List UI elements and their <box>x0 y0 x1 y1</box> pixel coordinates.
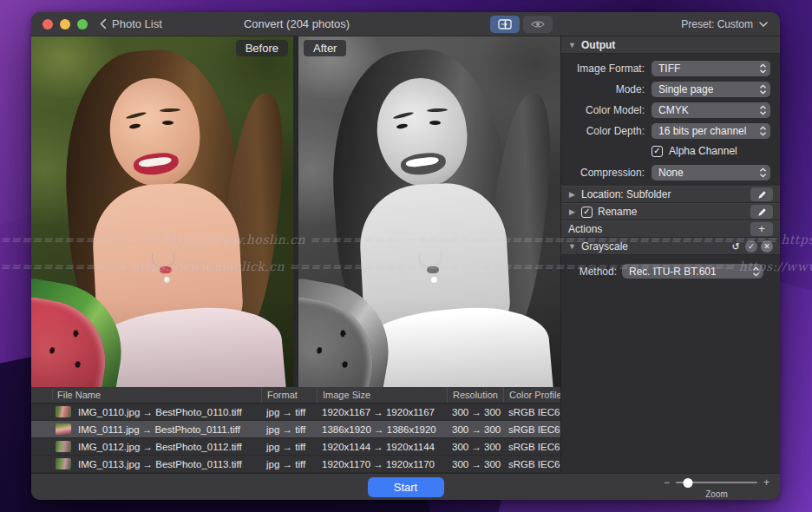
file-image-size: 1920x1144 → 1920x1144 <box>317 438 447 455</box>
main-content: Before After <box>31 36 780 473</box>
file-color-profile: sRGB IEC6196 <box>503 438 560 455</box>
titlebar: Photo List Convert (204 photos) Preset: … <box>31 12 780 36</box>
file-color-profile: sRGB IEC6196 <box>503 456 560 472</box>
file-format: jpg → tiff <box>261 456 317 472</box>
before-image-pane: Before <box>31 36 293 387</box>
close-window-button[interactable] <box>43 19 53 30</box>
compression-label: Compression: <box>561 167 645 179</box>
file-name: IMG_0111.jpg → BestPhoto_0111.tiff <box>78 424 240 435</box>
grayscale-label: Grayscale <box>581 240 628 253</box>
reset-action-button[interactable]: ↺ <box>730 240 742 253</box>
color-model-label: Color Model: <box>561 104 645 116</box>
traffic-lights <box>43 19 88 30</box>
grayscale-section-header[interactable]: ▼ Grayscale ↺ ✓ ✕ <box>561 238 780 255</box>
image-format-label: Image Format: <box>561 62 645 75</box>
preview-toggle-button[interactable] <box>523 16 553 33</box>
location-section-header[interactable]: ▶ Location: Subfolder <box>561 186 780 203</box>
file-color-profile: sRGB IEC6196 <box>503 421 560 437</box>
pencil-icon <box>757 207 767 217</box>
mode-label: Mode: <box>561 83 645 95</box>
image-format-select[interactable]: TIFF <box>652 61 770 76</box>
column-header-file-name[interactable]: File Name <box>31 387 261 403</box>
actions-label: Actions <box>568 223 602 235</box>
image-format-row: Image Format: TIFF <box>561 61 770 76</box>
table-row[interactable]: IMG_0110.jpg → BestPhoto_0110.tiff jpg →… <box>31 404 560 421</box>
file-list-table: File Name Format Image Size Resolution C… <box>31 387 560 473</box>
alpha-channel-row: ✓ Alpha Channel <box>652 144 770 158</box>
file-resolution: 300 → 300 <box>447 421 503 437</box>
disclosure-down-icon: ▼ <box>568 41 576 49</box>
zoom-in-button[interactable]: + <box>763 477 769 488</box>
table-row[interactable]: IMG_0112.jpg → BestPhoto_0112.tiff jpg →… <box>31 438 560 456</box>
enable-action-button[interactable]: ✓ <box>745 240 757 253</box>
minimize-window-button[interactable] <box>60 19 70 30</box>
file-resolution: 300 → 300 <box>447 456 503 472</box>
updown-chevrons-icon <box>759 167 767 178</box>
before-after-compare-icon <box>498 19 512 30</box>
column-header-resolution[interactable]: Resolution <box>447 387 503 403</box>
remove-action-button[interactable]: ✕ <box>761 240 773 253</box>
table-row-selected[interactable]: IMG_0111.jpg → BestPhoto_0111.tiff jpg →… <box>31 421 560 438</box>
table-row[interactable]: IMG_0113.jpg → BestPhoto_0113.tiff jpg →… <box>31 456 560 473</box>
mode-select[interactable]: Single page <box>652 82 770 97</box>
file-color-profile: sRGB IEC6196 <box>503 404 560 420</box>
left-content: Before After <box>31 36 561 473</box>
output-section-title: Output <box>581 39 615 51</box>
grayscale-method-row: Method: Rec. ITU-R BT.601 <box>561 264 763 279</box>
back-to-photo-list-button[interactable]: Photo List <box>100 17 162 30</box>
column-header-image-size[interactable]: Image Size <box>317 387 447 403</box>
after-image-pane: After <box>298 36 560 387</box>
zoom-slider-knob[interactable] <box>684 478 693 488</box>
compare-view-button[interactable] <box>490 16 520 33</box>
view-mode-buttons <box>490 16 553 33</box>
file-format: jpg → tiff <box>261 421 317 437</box>
app-window: Photo List Convert (204 photos) Preset: … <box>31 12 780 500</box>
zoom-window-button[interactable] <box>77 19 88 30</box>
add-action-button[interactable]: + <box>750 222 773 236</box>
updown-chevrons-icon <box>759 126 767 136</box>
chevron-left-icon <box>100 18 107 30</box>
rename-checkbox[interactable]: ✓ <box>581 207 593 218</box>
column-header-color-profile[interactable]: Color Profile <box>503 387 560 403</box>
color-depth-select[interactable]: 16 bits per channel <box>652 123 770 139</box>
file-format: jpg → tiff <box>261 438 317 455</box>
rename-label: Rename <box>598 206 637 218</box>
color-depth-row: Color Depth: 16 bits per channel <box>561 123 770 139</box>
file-thumbnail <box>56 441 71 452</box>
after-label: After <box>304 40 346 56</box>
file-format: jpg → tiff <box>261 404 317 420</box>
file-image-size: 1920x1167 → 1920x1167 <box>317 404 447 420</box>
location-label: Location: Subfolder <box>581 188 671 200</box>
file-name: IMG_0113.jpg → BestPhoto_0113.tiff <box>78 459 242 469</box>
file-name: IMG_0112.jpg → BestPhoto_0112.tiff <box>78 442 242 452</box>
start-button[interactable]: Start <box>368 477 444 497</box>
zoom-label: Zoom <box>664 489 769 499</box>
bottom-bar: Start − + Zoom <box>31 473 780 500</box>
after-photo <box>298 36 560 387</box>
edit-rename-button[interactable] <box>750 205 773 219</box>
file-image-size: 1920x1170 → 1920x1170 <box>317 456 447 472</box>
column-header-format[interactable]: Format <box>261 387 317 403</box>
zoom-out-button[interactable]: − <box>664 477 670 488</box>
method-select[interactable]: Rec. ITU-R BT.601 <box>622 264 763 279</box>
color-model-row: Color Model: CMYK <box>561 102 770 118</box>
file-resolution: 300 → 300 <box>447 404 503 420</box>
alpha-channel-label: Alpha Channel <box>669 145 737 157</box>
edit-location-button[interactable] <box>750 187 773 201</box>
zoom-slider[interactable] <box>676 482 757 483</box>
rename-section-header[interactable]: ▶ ✓ Rename <box>561 203 780 220</box>
output-section-header[interactable]: ▼ Output <box>561 36 780 54</box>
alpha-channel-checkbox[interactable]: ✓ <box>652 146 663 157</box>
file-name: IMG_0110.jpg → BestPhoto_0110.tiff <box>78 407 242 417</box>
file-thumbnail <box>56 458 71 469</box>
color-depth-label: Color Depth: <box>561 125 645 137</box>
compression-select[interactable]: None <box>652 165 770 181</box>
updown-chevrons-icon <box>759 84 767 95</box>
output-fields: Image Format: TIFF Mode: Single page Col… <box>561 54 780 186</box>
settings-panel: ▼ Output Image Format: TIFF Mode: Single… <box>561 36 780 473</box>
updown-chevrons-icon <box>759 63 767 74</box>
chevron-down-icon <box>759 22 768 27</box>
color-model-select[interactable]: CMYK <box>652 102 770 118</box>
mode-row: Mode: Single page <box>561 82 770 97</box>
preset-selector[interactable]: Preset: Custom <box>681 12 768 36</box>
